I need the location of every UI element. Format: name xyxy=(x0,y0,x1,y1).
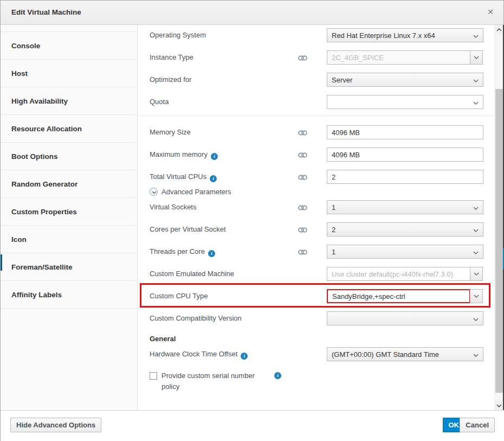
custom-compatibility-version-select[interactable] xyxy=(327,311,483,325)
total-virtual-cpus-label: Total Virtual CPUsi xyxy=(150,170,217,184)
threads-per-core-label-text: Threads per Core xyxy=(150,247,205,255)
chevron-down-icon xyxy=(473,350,479,359)
close-icon[interactable]: ✕ xyxy=(487,7,494,17)
sidebar-item-affinity-labels[interactable]: Affinity Labels xyxy=(1,281,137,309)
row-threads-per-core: Threads per Corei 1 xyxy=(138,245,494,259)
custom-cpu-type-value[interactable]: SandyBridge,+spec-ctrl xyxy=(327,289,470,303)
sidebar-item-resource-allocation[interactable]: Resource Allocation xyxy=(1,115,137,143)
dialog-footer: Hide Advanced Options OK Cancel xyxy=(1,410,504,441)
serial-policy-label: Provide custom serial number policy xyxy=(161,370,268,392)
form-content: Operating System Red Hat Enterprise Linu… xyxy=(138,25,494,410)
chevron-down-icon[interactable] xyxy=(470,50,483,65)
row-custom-cpu-type: Custom CPU Type SandyBridge,+spec-ctrl xyxy=(138,289,494,303)
chain-link-icon xyxy=(298,129,307,138)
sidebar-item-console[interactable]: Console xyxy=(1,32,137,60)
hardware-clock-select[interactable]: (GMT+00:00) GMT Standard Time xyxy=(327,347,483,361)
maximum-memory-input[interactable]: 4096 MB xyxy=(327,148,483,162)
scroll-down-icon[interactable] xyxy=(495,401,503,410)
chain-link-icon xyxy=(298,203,307,213)
memory-size-label: Memory Size xyxy=(150,125,191,139)
chain-link-icon xyxy=(298,226,307,235)
threads-per-core-value: 1 xyxy=(332,248,473,256)
sidebar-item-boot-options[interactable]: Boot Options xyxy=(1,143,137,170)
dialog-title: Edit Virtual Machine xyxy=(11,8,81,16)
serial-policy-checkbox[interactable] xyxy=(150,372,157,380)
instance-type-value: 2C_4GB_SPICE xyxy=(327,50,470,65)
sidebar-item-custom-properties[interactable]: Custom Properties xyxy=(1,198,137,226)
chevron-down-icon xyxy=(473,31,479,40)
row-cores-per-virtual-socket: Cores per Virtual Socket 2 xyxy=(138,222,494,237)
quota-label: Quota xyxy=(150,95,169,109)
general-section-header: General xyxy=(150,335,176,343)
cores-per-virtual-socket-value: 2 xyxy=(332,226,473,234)
chevron-down-circle-icon xyxy=(150,188,158,196)
operating-system-label: Operating System xyxy=(150,28,206,42)
sidebar-item-high-availability[interactable]: High Availability xyxy=(1,87,137,115)
maximum-memory-label-text: Maximum memory xyxy=(150,150,208,158)
virtual-sockets-select[interactable]: 1 xyxy=(327,200,483,214)
cores-per-virtual-socket-select[interactable]: 2 xyxy=(327,222,483,237)
row-virtual-sockets: Virtual Sockets 1 xyxy=(138,200,494,214)
optimized-for-value: Server xyxy=(332,76,473,84)
chevron-down-icon[interactable] xyxy=(470,289,483,303)
custom-emulated-machine-value[interactable]: Use cluster default(pc-i440fx-rhel7.3.0) xyxy=(327,267,470,281)
cores-per-virtual-socket-label: Cores per Virtual Socket xyxy=(150,222,226,237)
virtual-sockets-value: 1 xyxy=(332,203,473,212)
chevron-down-icon xyxy=(473,98,479,106)
row-total-virtual-cpus: Total Virtual CPUsi 2 xyxy=(138,170,494,184)
sidebar-item-foreman-satellite[interactable]: Foreman/Satellite xyxy=(1,253,137,281)
sidebar-item-icon[interactable]: Icon xyxy=(1,226,137,253)
info-icon[interactable]: i xyxy=(208,250,215,257)
optimized-for-select[interactable]: Server xyxy=(327,73,483,87)
chevron-down-icon xyxy=(473,203,479,212)
scrollbar-thumb[interactable] xyxy=(495,89,503,393)
hardware-clock-label: Hardware Clock Time Offseti xyxy=(150,347,248,361)
row-maximum-memory: Maximum memoryi 4096 MB xyxy=(138,148,494,162)
info-icon[interactable]: i xyxy=(274,372,281,379)
cancel-button[interactable]: Cancel xyxy=(460,418,495,432)
total-virtual-cpus-input[interactable]: 2 xyxy=(327,170,483,184)
threads-per-core-select[interactable]: 1 xyxy=(327,245,483,259)
row-instance-type: Instance Type 2C_4GB_SPICE xyxy=(138,50,494,65)
threads-per-core-label: Threads per Corei xyxy=(150,245,215,259)
custom-cpu-type-combobox[interactable]: SandyBridge,+spec-ctrl xyxy=(327,289,483,303)
vertical-scrollbar[interactable] xyxy=(494,25,503,410)
info-icon[interactable]: i xyxy=(211,153,218,160)
total-virtual-cpus-label-text: Total Virtual CPUs xyxy=(150,172,206,181)
row-custom-compatibility-version: Custom Compatibility Version xyxy=(138,311,494,325)
edit-vm-dialog: Edit Virtual Machine ✕ Console Host High… xyxy=(0,0,504,441)
section-divider xyxy=(138,116,494,116)
chain-link-icon xyxy=(298,54,307,63)
instance-type-label: Instance Type xyxy=(150,50,193,65)
row-operating-system: Operating System Red Hat Enterprise Linu… xyxy=(138,28,494,42)
chevron-down-icon xyxy=(473,226,479,234)
advanced-parameters-toggle[interactable]: Advanced Parameters xyxy=(150,187,231,196)
custom-emulated-machine-combobox[interactable]: Use cluster default(pc-i440fx-rhel7.3.0) xyxy=(327,267,483,281)
quota-select[interactable] xyxy=(327,95,483,109)
scroll-up-icon[interactable] xyxy=(495,25,503,34)
virtual-sockets-label: Virtual Sockets xyxy=(150,200,196,214)
chain-link-icon xyxy=(298,151,307,161)
advanced-parameters-label: Advanced Parameters xyxy=(161,188,231,196)
info-icon[interactable]: i xyxy=(241,353,248,360)
operating-system-value: Red Hat Enterprise Linux 7.x x64 xyxy=(332,31,473,40)
sidebar-partial-row xyxy=(1,25,137,32)
hide-advanced-options-button[interactable]: Hide Advanced Options xyxy=(10,418,101,432)
instance-type-combobox[interactable]: 2C_4GB_SPICE xyxy=(327,50,483,65)
row-serial-number-policy: Provide custom serial number policy i xyxy=(138,370,494,394)
info-icon[interactable]: i xyxy=(210,175,217,182)
hardware-clock-label-text: Hardware Clock Time Offset xyxy=(150,350,237,358)
memory-size-input[interactable]: 4096 MB xyxy=(327,125,483,139)
chevron-down-icon xyxy=(473,76,479,84)
sidebar-item-random-generator[interactable]: Random Generator xyxy=(1,170,137,198)
chevron-down-icon[interactable] xyxy=(470,267,483,281)
dialog-body: Console Host High Availability Resource … xyxy=(1,25,504,410)
sidebar-nav: Console Host High Availability Resource … xyxy=(1,25,138,410)
optimized-for-label: Optimized for xyxy=(150,73,191,87)
custom-cpu-type-label: Custom CPU Type xyxy=(150,289,208,303)
operating-system-select[interactable]: Red Hat Enterprise Linux 7.x x64 xyxy=(327,28,483,42)
custom-compatibility-version-label: Custom Compatibility Version xyxy=(150,311,242,325)
sidebar-item-host[interactable]: Host xyxy=(1,60,137,87)
row-memory-size: Memory Size 4096 MB xyxy=(138,125,494,139)
dialog-titlebar: Edit Virtual Machine ✕ xyxy=(1,1,503,25)
